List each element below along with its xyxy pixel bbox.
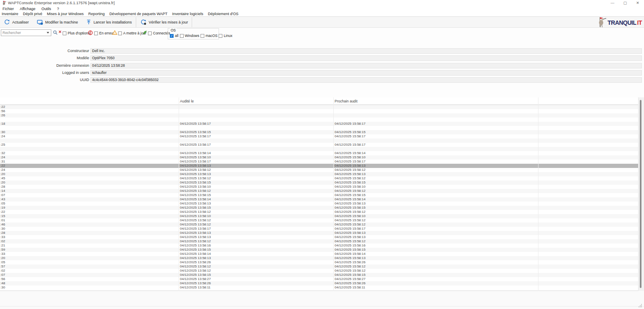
table-row[interactable]: :1404/12/2025 13:58:1204/12/2025 15:58:1… [0, 189, 638, 193]
table-row[interactable]: :4804/12/2025 13:58:2604/12/2025 15:58:2… [0, 281, 638, 285]
table-row[interactable]: :2004/12/2025 13:58:1304/12/2025 15:58:1… [0, 172, 638, 176]
table-row[interactable]: :2404/12/2025 13:58:1204/12/2025 15:58:1… [0, 168, 638, 172]
table-row[interactable]: :0204/12/2025 13:58:1204/12/2025 15:58:1… [0, 269, 638, 273]
search-input[interactable]: Rechercher [1, 29, 51, 36]
menu-help[interactable]: ? [54, 7, 62, 11]
table-row[interactable]: :2204/12/2025 13:58:1204/12/2025 15:58:1… [0, 210, 638, 214]
table-cell: :21 [0, 244, 179, 248]
tab-inventaire[interactable]: Inventaire [0, 12, 21, 16]
table-row[interactable]: :2004/12/2025 13:58:1304/12/2025 15:58:1… [0, 256, 638, 260]
tab-inventaire-logiciels[interactable]: Inventaire logiciels [170, 12, 206, 16]
table-row[interactable]: :26 [0, 113, 638, 118]
vertical-scrollbar[interactable] [638, 97, 644, 291]
field-value-derniere-connexion[interactable]: 04/12/2025 13:58:28 [90, 63, 642, 68]
clear-search-icon[interactable]: ✕ [58, 30, 62, 34]
table-row[interactable]: :3204/12/2025 13:58:1404/12/2025 15:58:1… [0, 151, 638, 155]
table-cell: 04/12/2025 13:58:14 [179, 197, 333, 202]
close-button[interactable]: ✕ [631, 0, 644, 6]
table-cell: 04/12/2025 15:58:12 [333, 218, 538, 223]
table-cell [538, 206, 638, 210]
table-row[interactable]: :22 [0, 105, 638, 109]
maximize-button[interactable]: ▢ [619, 0, 631, 6]
table-row[interactable]: :0504/12/2025 13:58:2604/12/2025 15:58:2… [0, 260, 638, 264]
table-cell [538, 147, 638, 151]
table-row[interactable]: :3304/12/2025 13:58:1404/12/2025 15:58:1… [0, 252, 638, 256]
table-row[interactable]: :0204/12/2025 13:58:1204/12/2025 15:58:1… [0, 239, 638, 244]
table-row[interactable]: :2004/12/2025 13:58:1504/12/2025 15:58:1… [0, 181, 638, 185]
menu-affichage[interactable]: Affichage [17, 7, 39, 11]
menu-outils[interactable]: Outils [39, 7, 54, 11]
table-row[interactable]: :3004/12/2025 13:58:1504/12/2025 15:58:1… [0, 130, 638, 134]
table-row[interactable]: :0704/12/2025 13:58:1504/12/2025 15:58:1… [0, 193, 638, 197]
table-row[interactable]: :2804/12/2025 13:58:1304/12/2025 15:58:1… [0, 231, 638, 235]
tab-mises-a-jour-windows[interactable]: Mises à jour Windows [45, 12, 87, 16]
launch-installs-button[interactable]: Lancer les installations [82, 17, 136, 27]
table-row[interactable]: :3104/12/2025 13:58:1704/12/2025 15:58:1… [0, 160, 638, 164]
table-row[interactable]: :4604/12/2025 13:58:1204/12/2025 15:58:1… [0, 223, 638, 227]
search-icon[interactable] [53, 30, 58, 35]
menu-fichier[interactable]: Fichier [0, 7, 17, 11]
checkbox-os-windows[interactable] [180, 34, 184, 38]
table-row[interactable]: :0104/12/2025 13:58:1204/12/2025 15:58:1… [0, 218, 638, 223]
table-row[interactable]: :2104/12/2025 13:58:1604/12/2025 15:58:1… [0, 244, 638, 248]
tab-depot-prive[interactable]: Dépôt privé [21, 12, 45, 16]
table-cell: 04/12/2025 15:58:11 [333, 285, 538, 290]
table-row[interactable] [0, 126, 638, 130]
table-cell: 04/12/2025 13:58:10 [179, 214, 333, 218]
table-row[interactable]: :2204/12/2025 13:58:1304/12/2025 15:58:1… [0, 164, 638, 168]
table-row[interactable]: :1804/12/2025 13:58:1704/12/2025 15:58:1… [0, 122, 638, 126]
field-value-modele[interactable]: OptiPlex 7050 [90, 55, 642, 61]
table-row[interactable]: :3304/12/2025 13:58:1304/12/2025 15:58:1… [0, 235, 638, 239]
checkbox-os-all[interactable] [170, 34, 174, 38]
table-cell: 04/12/2025 15:58:26 [333, 260, 538, 264]
table-row[interactable]: :5604/12/2025 13:58:2704/12/2025 15:58:2… [0, 277, 638, 281]
table-row[interactable]: :2404/12/2025 13:58:1704/12/2025 15:58:1… [0, 134, 638, 139]
table-row[interactable]: :56 [0, 109, 638, 113]
field-value-logged-in-users[interactable]: schaufler [90, 70, 642, 76]
table-cell: 04/12/2025 15:58:15 [333, 248, 538, 252]
resize-grip-icon[interactable] [638, 303, 642, 308]
table-cell: :07 [0, 273, 179, 277]
table-cell [538, 281, 638, 285]
column-header-audite-le[interactable]: Audité le [180, 99, 194, 103]
table-row[interactable]: :4304/12/2025 13:58:1404/12/2025 15:58:1… [0, 197, 638, 202]
warning-triangle-icon [112, 30, 117, 35]
table-row[interactable] [0, 139, 638, 143]
table-row[interactable] [0, 147, 638, 151]
table-cell: 04/12/2025 13:58:12 [179, 239, 333, 244]
tab-reporting[interactable]: Reporting [87, 12, 108, 16]
table-cell [333, 118, 538, 122]
column-header-prochain-audit[interactable]: Prochain audit [335, 99, 357, 103]
field-value-constructeur[interactable]: Dell Inc. [90, 48, 642, 54]
table-cell [538, 151, 638, 155]
table-row[interactable]: :0504/12/2025 13:58:1304/12/2025 15:58:1… [0, 202, 638, 206]
table-row[interactable]: :0704/12/2025 13:58:1504/12/2025 15:58:1… [0, 273, 638, 277]
field-value-uuid[interactable]: 4c4c4544-0053-3910-8042-c4c04f385032 [90, 77, 642, 83]
refresh-button[interactable]: Actualiser [0, 17, 33, 27]
check-updates-button[interactable]: Vérifier les mises à jour [136, 17, 192, 27]
table-cell: 04/12/2025 13:58:17 [179, 134, 333, 139]
minimize-button[interactable]: — [606, 0, 619, 6]
checkbox-connectes[interactable]: Connectés [148, 31, 170, 35]
scrollbar-thumb[interactable] [640, 100, 641, 288]
table-row[interactable]: :3004/12/2025 13:58:1104/12/2025 15:58:1… [0, 285, 638, 290]
table-cell: 04/12/2025 15:58:12 [333, 223, 538, 227]
table-cell: 04/12/2025 13:58:11 [179, 285, 333, 290]
tab-developpement-paquets[interactable]: Développement de paquets WAPT [108, 12, 170, 16]
checkbox-os-macos[interactable] [201, 34, 204, 38]
table-row[interactable]: :3004/12/2025 13:58:1704/12/2025 15:58:1… [0, 227, 638, 231]
tab-deploiement-os[interactable]: Déploiement d'OS [206, 12, 241, 16]
table-row[interactable]: :4504/12/2025 13:58:1204/12/2025 15:58:1… [0, 176, 638, 181]
table-row[interactable]: :5904/12/2025 13:58:1504/12/2025 15:58:1… [0, 248, 638, 252]
modify-machine-button[interactable]: Modifier la machine [33, 17, 82, 27]
table-row[interactable]: :2504/12/2025 13:58:1704/12/2025 15:58:1… [0, 143, 638, 147]
table-row[interactable] [0, 118, 638, 122]
table-cell: 04/12/2025 13:58:13 [179, 235, 333, 239]
checkbox-os-linux[interactable] [219, 34, 222, 38]
table-row[interactable]: :1904/12/2025 13:58:1504/12/2025 15:58:1… [0, 206, 638, 210]
table-row[interactable]: :2804/12/2025 13:58:1004/12/2025 15:58:1… [0, 185, 638, 189]
checkbox-plus-options[interactable]: Plus d'options [63, 31, 90, 35]
table-row[interactable]: :1504/12/2025 13:58:1004/12/2025 15:58:1… [0, 214, 638, 218]
table-row[interactable]: :5704/12/2025 13:58:1204/12/2025 15:58:1… [0, 264, 638, 269]
table-row[interactable]: :2404/12/2025 13:58:1004/12/2025 15:58:1… [0, 155, 638, 160]
